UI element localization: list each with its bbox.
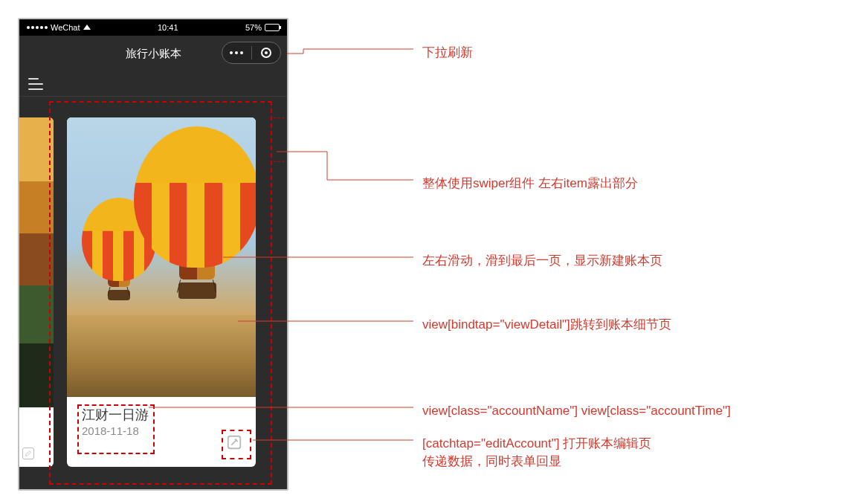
ellipsis-icon bbox=[230, 51, 243, 54]
account-time: 2018-11-18 bbox=[82, 424, 139, 437]
account-name: 江财一日游 bbox=[82, 407, 149, 424]
card-footer: 江财一日游 2018-11-18 bbox=[67, 397, 256, 467]
annotation-viewdetail: view[bindtap="viewDetail"]跳转到账本细节页 bbox=[422, 315, 671, 335]
annotation-edit-l1: [catchtap="editAccount"] 打开账本编辑页 bbox=[422, 434, 651, 453]
annotation-nametime: view[class="accountName"] view[class="ac… bbox=[422, 401, 731, 421]
status-bar: WeChat 10:41 57% bbox=[19, 19, 287, 36]
target-icon bbox=[261, 48, 271, 58]
account-card[interactable]: 江财一日游 2018-11-18 bbox=[67, 117, 256, 467]
capsule-close-button[interactable] bbox=[252, 48, 281, 58]
status-time: 10:41 bbox=[158, 23, 178, 32]
wechat-capsule[interactable] bbox=[222, 42, 281, 64]
prev-card-edit-icon bbox=[22, 448, 34, 459]
swiper[interactable]: 江财一日游 2018-11-18 bbox=[19, 97, 287, 489]
annotation-pulldown: 下拉刷新 bbox=[422, 43, 473, 62]
battery-icon bbox=[265, 24, 280, 31]
battery-percent: 57% bbox=[245, 23, 262, 32]
prev-card-image bbox=[18, 117, 54, 407]
page-title: 旅行小账本 bbox=[126, 47, 181, 61]
balloon-large bbox=[134, 126, 256, 299]
swiper-next-peek-hint bbox=[274, 117, 288, 162]
wifi-icon bbox=[83, 25, 91, 30]
navigation-bar: 旅行小账本 bbox=[19, 36, 287, 71]
capsule-menu-button[interactable] bbox=[222, 51, 251, 54]
annotation-swiper: 整体使用swiper组件 左右item露出部分 bbox=[422, 174, 638, 193]
phone-frame: WeChat 10:41 57% 旅行小账本 bbox=[18, 18, 288, 491]
carrier-label: WeChat bbox=[51, 23, 80, 32]
edit-account-button[interactable] bbox=[226, 434, 247, 455]
account-name-box: 江财一日游 2018-11-18 bbox=[77, 404, 155, 454]
swiper-prev-peek[interactable] bbox=[18, 117, 54, 467]
hamburger-menu-button[interactable] bbox=[28, 78, 43, 90]
subheader bbox=[19, 71, 287, 97]
annotation-edit-l2: 传递数据，同时表单回显 bbox=[422, 452, 561, 471]
annotation-slide: 左右滑动，滑到最后一页，显示新建账本页 bbox=[422, 251, 662, 271]
edit-icon bbox=[226, 434, 242, 450]
status-left: WeChat bbox=[27, 23, 91, 32]
card-image bbox=[67, 117, 256, 397]
signal-dots-icon bbox=[27, 26, 48, 29]
status-right: 57% bbox=[245, 23, 280, 32]
